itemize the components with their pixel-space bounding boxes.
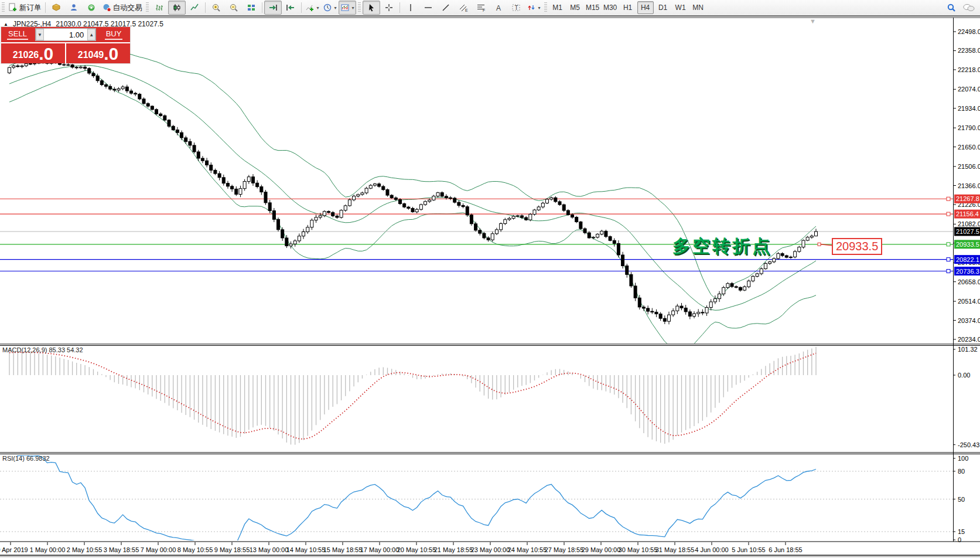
svg-text:3 May 18:55: 3 May 18:55 (104, 546, 139, 553)
svg-text:21790.0: 21790.0 (958, 124, 980, 131)
buy-button[interactable]: BUY (97, 27, 130, 42)
chevron-down-icon: ▾ (538, 5, 541, 11)
new-order-button[interactable]: 新订单 (6, 1, 43, 15)
search-icon[interactable] (947, 3, 957, 13)
chevron-down-icon: ▾ (317, 5, 319, 11)
profile-button[interactable] (65, 1, 83, 15)
sell-price-big-digit: .0 (39, 45, 53, 63)
buy-price-big-digit: .0 (104, 45, 118, 63)
svg-text:-250.43: -250.43 (958, 441, 979, 448)
timeframe-m15[interactable]: M15 (585, 1, 601, 14)
sell-price-panel[interactable]: 21026 .0 (1, 43, 66, 63)
timeframe-m30[interactable]: M30 (602, 1, 619, 14)
horizontal-line-button[interactable] (419, 1, 437, 15)
book-icon (52, 3, 61, 12)
template-icon (340, 3, 350, 12)
chat-icon[interactable] (962, 3, 975, 12)
line-chart-button[interactable] (186, 1, 203, 15)
chart-shift-icon (286, 3, 295, 12)
crosshair-icon (384, 3, 394, 12)
chinese-annotation[interactable]: 多空转折点 (672, 234, 772, 258)
volume-stepper: ▼ ▲ (35, 28, 96, 41)
text-button[interactable]: A (490, 1, 507, 15)
sell-button[interactable]: SELL (1, 27, 34, 42)
svg-text:23 May 00:00: 23 May 00:00 (471, 546, 510, 553)
svg-text:17 May 00:00: 17 May 00:00 (360, 546, 399, 553)
svg-text:8 May 10:55: 8 May 10:55 (177, 546, 213, 553)
autotrading-button[interactable]: 自动交易 (100, 1, 144, 15)
bar-chart-icon (155, 3, 164, 12)
svg-text:0.00: 0.00 (958, 372, 970, 379)
timeframe-w1[interactable]: W1 (672, 1, 689, 14)
signals-button[interactable] (83, 1, 100, 15)
price-annotation-box[interactable]: 20933.5 (832, 238, 882, 255)
svg-text:21506.0: 21506.0 (958, 163, 980, 170)
chevron-down-icon: ▾ (352, 5, 354, 11)
timeframe-h1[interactable]: H1 (620, 1, 636, 14)
svg-text:20514.0: 20514.0 (958, 298, 980, 305)
timeframe-m1[interactable]: M1 (549, 1, 566, 14)
trendline-button[interactable] (437, 1, 455, 15)
svg-text:22498.0: 22498.0 (958, 28, 980, 35)
svg-text:22358.0: 22358.0 (958, 47, 980, 54)
candlestick-chart-button[interactable] (168, 1, 186, 15)
auto-scroll-button[interactable] (264, 1, 282, 15)
horizontal-line-icon (424, 3, 433, 12)
text-label-button[interactable]: T (507, 1, 525, 15)
new-order-icon (8, 3, 18, 12)
toolbar-grip (2, 2, 5, 13)
svg-text:20374.0: 20374.0 (958, 317, 980, 324)
chart-canvas[interactable]: 22498.022358.022218.022074.021934.021790… (0, 16, 980, 558)
fibonacci-button[interactable]: F (472, 1, 490, 15)
indicators-button[interactable]: ▾ (303, 1, 321, 15)
vertical-line-icon (406, 3, 415, 12)
svg-text:6 Jun 18:55: 6 Jun 18:55 (769, 546, 803, 553)
equidistant-channel-button[interactable]: E (455, 1, 472, 15)
volume-down-button[interactable]: ▼ (36, 29, 44, 40)
volume-input[interactable] (44, 29, 88, 40)
volume-up-button[interactable]: ▲ (87, 29, 95, 40)
timeframe-m5[interactable]: M5 (567, 1, 583, 14)
svg-text:80: 80 (958, 468, 965, 475)
svg-text:100: 100 (958, 455, 968, 462)
arrows-icon (527, 3, 536, 12)
svg-text:21082.0: 21082.0 (958, 220, 980, 227)
svg-text:9 May 18:55: 9 May 18:55 (214, 546, 250, 553)
zoom-in-icon (211, 3, 221, 12)
scroll-to-end-icon[interactable]: ▼ (810, 18, 816, 25)
chevron-down-icon: ▾ (334, 5, 337, 11)
person-icon (69, 3, 78, 12)
svg-text:50: 50 (958, 496, 965, 503)
timeframe-mn[interactable]: MN (690, 1, 706, 14)
svg-text:22218.0: 22218.0 (958, 66, 980, 73)
vertical-line-button[interactable] (402, 1, 419, 15)
text-label-icon: T (511, 3, 521, 12)
chart-shift-button[interactable] (282, 1, 299, 15)
bar-chart-button[interactable] (151, 1, 168, 15)
timeframe-d1[interactable]: D1 (655, 1, 671, 14)
timeframe-h4[interactable]: H4 (637, 1, 654, 14)
arrows-button[interactable]: ▾ (525, 1, 542, 15)
zoom-out-button[interactable] (225, 1, 243, 15)
candlestick-icon (172, 3, 182, 12)
indicators-icon (305, 3, 315, 12)
svg-text:22074.0: 22074.0 (958, 86, 980, 93)
main-toolbar: 新订单 自动交易 ▾ ▾ (0, 0, 980, 16)
buy-price: 21049 (78, 47, 104, 63)
templates-button[interactable]: ▾ (339, 1, 356, 15)
zoom-in-button[interactable] (207, 1, 225, 15)
cursor-button[interactable] (363, 1, 380, 15)
svg-text:21934.0: 21934.0 (958, 105, 980, 112)
one-click-trade-panel: SELL ▼ ▲ BUY 21026 .0 21049 .0 (1, 27, 130, 63)
channel-icon: E (459, 3, 468, 12)
svg-text:29 May 00:00: 29 May 00:00 (582, 546, 621, 553)
crosshair-button[interactable] (380, 1, 398, 15)
new-order-label: 新订单 (19, 3, 42, 13)
svg-text:14 May 10:55: 14 May 10:55 (286, 546, 326, 553)
svg-text:21 May 18:55: 21 May 18:55 (434, 546, 473, 553)
periods-button[interactable]: ▾ (321, 1, 339, 15)
trendline-icon (441, 3, 450, 12)
market-depth-button[interactable] (47, 1, 65, 15)
buy-price-panel[interactable]: 21049 .0 (66, 43, 130, 63)
tile-windows-button[interactable] (243, 1, 260, 15)
